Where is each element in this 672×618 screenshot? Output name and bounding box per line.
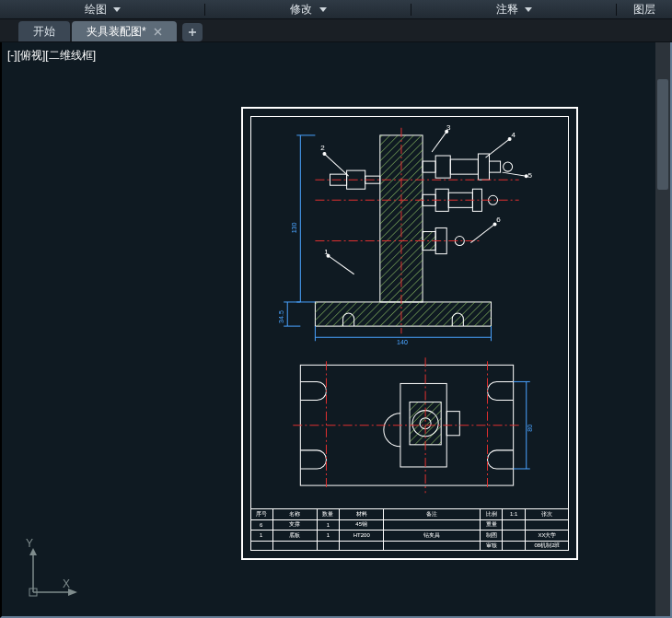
add-tab-button[interactable] (182, 23, 203, 41)
ribbon-group-label: 修改 (290, 3, 312, 16)
titleblock-row: 审核 08机制2班 (250, 541, 569, 552)
tb-cell: 1 (317, 520, 340, 531)
tb-cell: 1 (317, 531, 340, 541)
close-icon[interactable] (154, 28, 162, 36)
tab-strip: 开始 夹具装配图* (0, 19, 672, 42)
tb-cell: 底板 (272, 531, 317, 541)
tb-cell: 张次 (525, 509, 569, 519)
callout-3: 3 (446, 123, 451, 132)
ribbon: 绘图 修改 注释 图层 (0, 0, 672, 19)
tb-cell: 6 (250, 520, 272, 531)
titleblock-row: 6 支撑 1 45钢 重量 (250, 519, 569, 531)
tb-cell: 名称 (272, 509, 317, 519)
tb-cell (502, 542, 525, 552)
ribbon-group-layers[interactable]: 图层 (617, 2, 672, 17)
svg-line-32 (485, 139, 509, 157)
svg-rect-11 (478, 154, 489, 180)
plus-icon (188, 28, 197, 37)
svg-line-34 (503, 172, 527, 176)
ucs-y-label: Y (26, 537, 33, 550)
dim-130: 130 (291, 223, 297, 234)
ribbon-group-modify[interactable]: 修改 (205, 2, 411, 17)
tb-cell: HT200 (339, 531, 383, 541)
svg-point-27 (323, 153, 326, 156)
tb-cell (272, 542, 317, 552)
tb-cell: 08机制2班 (525, 542, 569, 552)
tb-cell (383, 520, 480, 531)
callout-1: 1 (324, 248, 329, 256)
svg-point-13 (504, 162, 513, 171)
tb-cell: 审核 (480, 542, 503, 552)
tb-cell: 材料 (339, 509, 383, 519)
scrollbar-thumb[interactable] (657, 79, 668, 190)
tb-cell: 钻夹具 (383, 531, 480, 541)
tb-cell (317, 542, 340, 552)
dim-80: 80 (527, 425, 533, 432)
svg-rect-10 (450, 159, 478, 174)
ribbon-group-annotate[interactable]: 注释 (411, 2, 617, 17)
tb-cell: 数量 (317, 509, 340, 519)
title-block: 序号 名称 数量 材料 备注 比例 1:1 张次 6 支撑 1 45钢 重量 1 (250, 508, 569, 551)
tb-cell (502, 520, 525, 531)
tab-label: 夹具装配图* (87, 21, 146, 41)
ribbon-group-label: 绘图 (85, 3, 107, 16)
dim-345: 34.5 (278, 310, 284, 323)
svg-line-36 (470, 224, 494, 242)
svg-rect-8 (423, 161, 435, 172)
tb-cell: 制图 (480, 531, 503, 541)
dropdown-icon (113, 3, 121, 16)
titleblock-row: 1 底板 1 HT200 钻夹具 制图 XX大学 (250, 530, 569, 541)
tb-cell (339, 542, 383, 552)
svg-rect-12 (490, 161, 501, 172)
tb-cell: 45钢 (339, 520, 383, 531)
dropdown-icon (319, 3, 327, 16)
callout-4: 4 (511, 131, 516, 139)
callout-5: 5 (528, 171, 533, 180)
tb-cell (525, 520, 569, 531)
tb-cell: 1 (250, 531, 272, 541)
titleblock-row: 序号 名称 数量 材料 备注 比例 1:1 张次 (250, 508, 569, 519)
tb-cell: XX大学 (525, 531, 569, 541)
tb-cell: 备注 (383, 509, 480, 519)
ucs-x-label: X (63, 577, 70, 590)
tb-cell (383, 542, 480, 552)
dropdown-icon (525, 3, 532, 16)
tb-cell (502, 531, 525, 541)
tab-document[interactable]: 夹具装配图* (72, 21, 177, 41)
model-space-viewport[interactable]: [-][俯视][二维线框] (0, 42, 672, 618)
svg-rect-52 (446, 412, 459, 436)
tb-cell: 支撑 (272, 520, 317, 531)
svg-rect-9 (435, 156, 450, 178)
tab-start[interactable]: 开始 (18, 21, 70, 41)
svg-line-26 (324, 154, 348, 176)
ucs-icon: Y X (18, 544, 83, 600)
callout-2: 2 (320, 144, 325, 152)
vertical-scrollbar[interactable] (655, 42, 670, 616)
tb-cell: 比例 (480, 509, 503, 519)
tb-cell: 序号 (250, 509, 272, 519)
tb-cell (250, 542, 272, 552)
tb-cell: 重量 (480, 520, 503, 531)
ribbon-group-label: 注释 (496, 3, 518, 16)
technical-drawing: 2 1 3 4 5 6 130 34.5 140 (250, 116, 569, 507)
tb-cell: 1:1 (502, 509, 525, 519)
drawing-sheet: 2 1 3 4 5 6 130 34.5 140 (241, 107, 578, 560)
ribbon-group-draw[interactable]: 绘图 (0, 2, 205, 17)
dim-140: 140 (397, 339, 408, 345)
svg-line-28 (328, 256, 353, 274)
ribbon-group-label: 图层 (633, 3, 655, 16)
view-controls-label[interactable]: [-][俯视][二维线框] (7, 48, 96, 64)
svg-line-30 (432, 132, 446, 152)
svg-rect-4 (315, 302, 491, 326)
callout-6: 6 (496, 216, 501, 224)
tab-label: 开始 (33, 21, 55, 41)
